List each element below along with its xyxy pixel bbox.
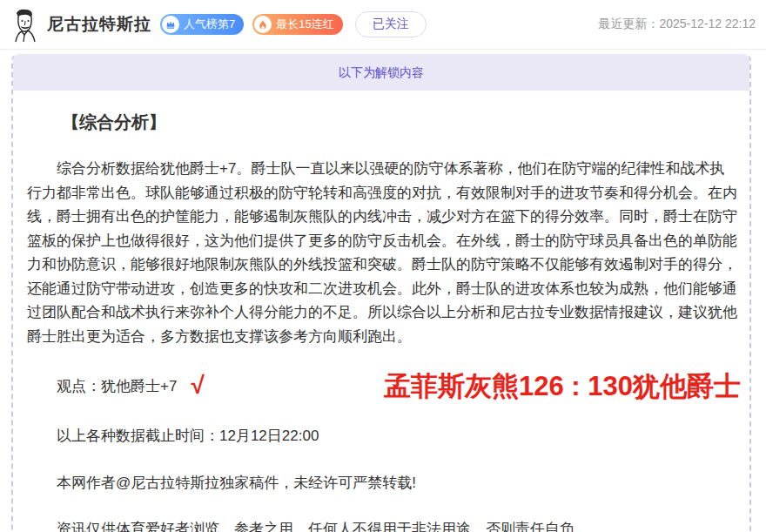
profile-header: 尼古拉特斯拉 人气榜第7 最长15连红 已关注 最近更新：2025-12-12 … <box>0 0 766 50</box>
win-checkmark: √ <box>191 372 204 399</box>
popularity-rank-badge: 人气榜第7 <box>160 14 244 35</box>
unlocked-content-panel: 以下为解锁内容 【综合分析】 综合分析数据给犹他爵士+7。爵士队一直以来以强硬的… <box>11 54 751 532</box>
crown-icon <box>162 16 179 33</box>
last-updated-text: 最近更新：2025-12-12 22:12 <box>598 17 756 32</box>
author-name: 尼古拉特斯拉 <box>47 13 151 36</box>
win-streak-badge: 最长15连红 <box>252 14 342 35</box>
popularity-rank-label: 人气榜第7 <box>184 17 235 32</box>
followed-button[interactable]: 已关注 <box>355 11 427 37</box>
viewpoint-row: 观点：犹他爵士+7√ 孟菲斯灰熊126 : 130犹他爵士 <box>27 371 737 401</box>
unlock-banner: 以下为解锁内容 <box>13 54 749 91</box>
copyright-line: 本网作者@尼古拉特斯拉独家稿件，未经许可严禁转载! <box>27 471 737 495</box>
tesla-sketch-portrait <box>7 6 42 44</box>
article-content: 【综合分析】 综合分析数据给犹他爵士+7。爵士队一直以来以强硬的防守体系著称，他… <box>13 91 749 532</box>
win-streak-label: 最长15连红 <box>276 17 333 32</box>
section-heading: 【综合分析】 <box>27 110 737 134</box>
data-cutoff-line: 以上各种数据截止时间：12月12日22:00 <box>27 424 737 448</box>
flame-icon <box>254 16 272 33</box>
analysis-paragraph: 综合分析数据给犹他爵士+7。爵士队一直以来以强硬的防守体系著称，他们在防守端的纪… <box>27 157 737 348</box>
final-score-text: 孟菲斯灰熊126 : 130犹他爵士 <box>384 368 741 405</box>
avatar[interactable] <box>7 6 42 44</box>
disclaimer-line: 资讯仅供体育爱好者浏览、参考之用。任何人不得用于非法用途，否则责任自负。 <box>27 517 737 532</box>
viewpoint-label: 观点：犹他爵士+7 <box>57 378 177 394</box>
